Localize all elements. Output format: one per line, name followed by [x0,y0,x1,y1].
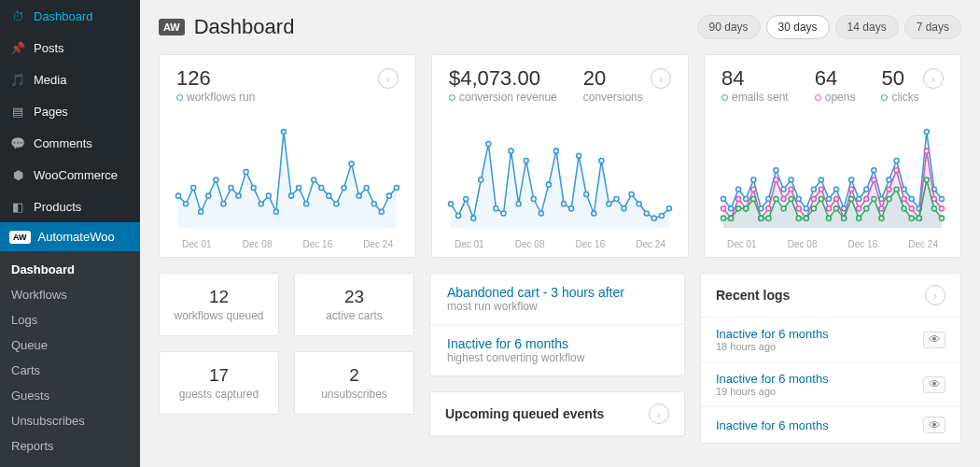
filter-7-days[interactable]: 7 days [904,15,961,39]
admin-sidebar: ⏱Dashboard 📌Posts 🎵Media ▤Pages 💬Comment… [0,0,140,467]
svg-point-45 [562,202,567,206]
svg-point-62 [736,187,741,191]
emails-sent-value: 84 [721,68,789,89]
svg-point-30 [449,202,454,206]
filter-30-days[interactable]: 30 days [766,15,830,39]
svg-point-26 [371,202,376,206]
gauge-icon: ⏱ [9,7,26,24]
nav-dashboard[interactable]: ⏱Dashboard [0,0,140,32]
nav-products[interactable]: ◧Products [0,191,140,222]
log-row[interactable]: Inactive for 6 months 👁 [701,407,960,443]
svg-point-79 [864,187,869,191]
svg-point-137 [849,197,854,202]
pin-icon: 📌 [9,39,26,56]
log-row[interactable]: Inactive for 6 months 19 hours ago 👁 [701,362,960,407]
svg-point-5 [214,177,218,182]
svg-point-38 [509,149,513,153]
filter-90-days[interactable]: 90 days [697,15,761,39]
upcoming-queued-card: Upcoming queued events › [429,391,685,437]
svg-point-69 [789,177,793,182]
workflows-run-label: workflows run [176,91,255,104]
svg-point-74 [826,197,831,202]
svg-point-60 [721,197,726,202]
svg-point-23 [349,162,354,166]
highest-converting-workflow[interactable]: Inactive for 6 months highest converting… [430,325,684,375]
svg-point-17 [304,202,309,206]
aw-logo: AW [159,19,185,35]
most-run-workflow[interactable]: Abandoned cart - 3 hours after most run … [430,274,684,325]
view-log-icon[interactable]: 👁 [923,417,945,433]
view-upcoming-queued[interactable]: › [649,403,669,424]
svg-point-47 [577,153,581,158]
subnav-dashboard[interactable]: Dashboard [0,257,140,282]
svg-point-148 [931,206,936,211]
svg-point-63 [744,197,749,202]
log-row[interactable]: Inactive for 6 months 18 hours ago 👁 [701,318,960,362]
filter-14-days[interactable]: 14 days [835,15,899,39]
subnav-workflows[interactable]: Workflows [0,282,140,307]
nav-posts[interactable]: 📌Posts [0,32,140,64]
svg-point-139 [864,206,869,211]
svg-point-64 [751,177,756,182]
svg-point-117 [924,149,929,153]
svg-point-145 [909,216,914,220]
workflows-queued-card[interactable]: 12 workflows queued [159,273,279,336]
svg-point-7 [229,186,233,191]
conversion-revenue-label: conversion revenue [449,91,557,104]
subnav-tools[interactable]: Tools [0,459,140,467]
svg-point-0 [176,193,181,198]
automatewoo-submenu: Dashboard Workflows Logs Queue Carts Gue… [0,251,140,467]
svg-point-33 [471,216,476,220]
svg-point-4 [206,193,211,198]
series-dot-icon [721,94,728,101]
view-conversions[interactable]: › [651,68,671,89]
nav-woocommerce[interactable]: ⬢WooCommerce [0,159,140,191]
svg-point-124 [751,197,756,202]
view-emails[interactable]: › [923,68,944,89]
svg-point-130 [796,216,801,220]
unsubscribes-card[interactable]: 2 unsubscribes [294,351,414,415]
guests-captured-card[interactable]: 17 guests captured [159,351,279,415]
svg-point-25 [364,186,369,191]
svg-point-90 [721,206,726,211]
media-icon: 🎵 [9,71,26,88]
svg-point-80 [872,168,876,173]
svg-point-142 [887,197,891,202]
nav-pages[interactable]: ▤Pages [0,95,140,127]
svg-point-24 [357,193,361,198]
nav-comments[interactable]: 💬Comments [0,127,140,159]
svg-point-3 [199,209,203,214]
svg-point-122 [736,206,741,211]
view-log-icon[interactable]: 👁 [923,376,945,393]
svg-point-132 [811,206,816,211]
subnav-logs[interactable]: Logs [0,307,140,333]
svg-point-44 [553,149,558,153]
svg-point-98 [781,197,786,202]
svg-point-42 [539,211,543,216]
svg-point-135 [834,206,839,211]
svg-point-51 [607,202,611,206]
svg-point-37 [501,211,506,216]
svg-point-9 [244,169,248,174]
svg-point-111 [879,206,884,211]
subnav-reports[interactable]: Reports [0,433,140,459]
svg-point-97 [774,177,778,182]
nav-automatewoo[interactable]: AWAutomateWoo [0,222,140,251]
nav-media[interactable]: 🎵Media [0,64,140,95]
view-log-icon[interactable]: 👁 [923,332,945,348]
svg-point-53 [622,206,626,211]
svg-point-1 [184,202,189,206]
active-carts-card[interactable]: 23 active carts [294,273,414,336]
subnav-unsubscribes[interactable]: Unsubscribes [0,408,140,433]
workflow-highlights-card: Abandoned cart - 3 hours after most run … [429,273,685,376]
svg-point-52 [614,197,619,202]
view-workflows-run[interactable]: › [378,68,399,89]
svg-point-82 [887,177,891,182]
subnav-guests[interactable]: Guests [0,383,140,408]
view-all-logs[interactable]: › [925,285,945,305]
svg-point-143 [894,187,899,191]
subnav-carts[interactable]: Carts [0,358,140,383]
svg-point-34 [479,177,483,182]
subnav-queue[interactable]: Queue [0,333,140,358]
svg-point-121 [729,216,734,220]
